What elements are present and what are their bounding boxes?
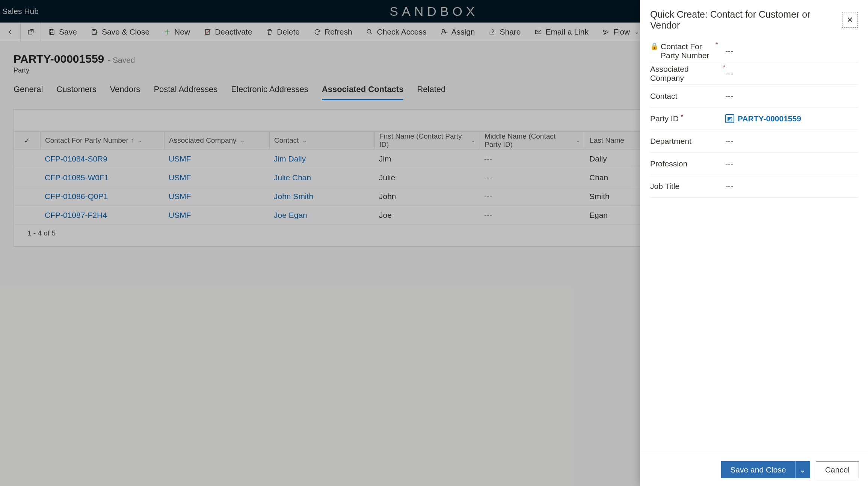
label-text: Profession	[650, 159, 687, 168]
label-text: Department	[650, 137, 691, 146]
field-value[interactable]: ---	[725, 69, 858, 78]
field-value[interactable]: ---	[725, 159, 858, 168]
field-party-id[interactable]: Party ID * ◩ PARTY-00001559	[650, 107, 858, 130]
field-label: Job Title	[650, 182, 725, 191]
cancel-button[interactable]: Cancel	[816, 461, 859, 478]
save-and-close-label: Save and Close	[721, 461, 795, 478]
close-icon: ✕	[847, 15, 853, 24]
panel-title: Quick Create: Contact for Customer or Ve…	[650, 9, 842, 31]
label-text: Associated Company	[650, 65, 721, 83]
cancel-label: Cancel	[825, 465, 850, 474]
close-button[interactable]: ✕	[842, 12, 858, 28]
field-value[interactable]: ---	[725, 137, 858, 146]
quick-create-panel: Quick Create: Contact for Customer or Ve…	[640, 0, 868, 486]
field-profession[interactable]: Profession ---	[650, 152, 858, 175]
field-value: ---	[725, 47, 858, 56]
field-contact-for-party-number[interactable]: 🔒 Contact For Party Number * ---	[650, 40, 858, 62]
field-label: Party ID *	[650, 114, 725, 123]
field-label: 🔒 Contact For Party Number *	[650, 42, 725, 60]
field-value[interactable]: ---	[725, 182, 858, 191]
save-split-button[interactable]: ⌄	[795, 461, 810, 478]
field-department[interactable]: Department ---	[650, 130, 858, 152]
lock-icon: 🔒	[650, 42, 658, 50]
label-text: Job Title	[650, 182, 679, 191]
lookup-text: PARTY-00001559	[738, 114, 801, 123]
save-and-close-button[interactable]: Save and Close ⌄	[721, 461, 810, 478]
field-value[interactable]: ◩ PARTY-00001559	[725, 114, 858, 123]
field-label: Profession	[650, 159, 725, 168]
required-indicator: *	[681, 114, 683, 120]
field-job-title[interactable]: Job Title ---	[650, 175, 858, 198]
label-text: Contact For Party Number	[661, 42, 713, 60]
field-label: Contact	[650, 92, 725, 101]
label-text: Contact	[650, 92, 677, 101]
panel-body: 🔒 Contact For Party Number * --- Associa…	[640, 40, 868, 453]
panel-footer: Save and Close ⌄ Cancel	[640, 453, 868, 486]
field-label: Associated Company *	[650, 65, 725, 83]
field-contact[interactable]: Contact ---	[650, 85, 858, 107]
field-label: Department	[650, 137, 725, 146]
required-indicator: *	[716, 42, 718, 48]
label-text: Party ID	[650, 114, 679, 123]
chevron-down-icon: ⌄	[799, 465, 806, 474]
entity-icon: ◩	[725, 114, 734, 123]
field-value[interactable]: ---	[725, 92, 858, 101]
panel-header: Quick Create: Contact for Customer or Ve…	[640, 0, 868, 40]
field-associated-company[interactable]: Associated Company * ---	[650, 62, 858, 85]
